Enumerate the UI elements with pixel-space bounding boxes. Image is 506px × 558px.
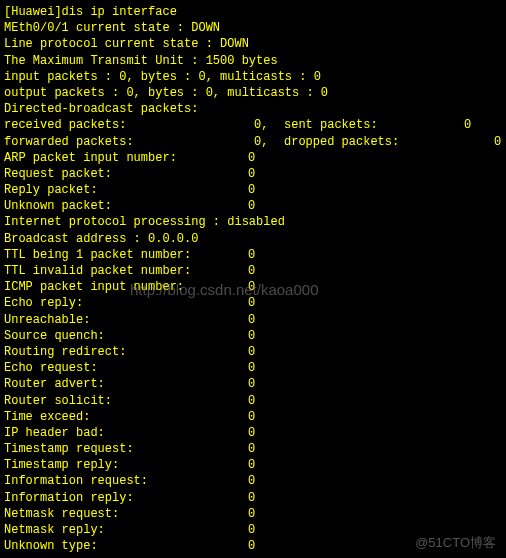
arp-row-0-label: Request packet: [4,166,112,182]
icmp-row-11-value: 0 [248,473,255,489]
arp-row-1: Reply packet:0 [4,182,502,198]
forwarded-value: 0, [254,134,268,150]
icmp-row-3-value: 0 [248,344,255,360]
icmp-row-12-value: 0 [248,490,255,506]
icmp-row-14-label: Netmask reply: [4,522,105,538]
input-packets: input packets : 0, bytes : 0, multicasts… [4,69,502,85]
mtu: The Maximum Transmit Unit : 1500 bytes [4,53,502,69]
received-value: 0, [254,117,268,133]
ttl1-value: 0 [248,247,255,263]
terminal-output: [Huawei]dis ip interface MEth0/0/1 curre… [4,4,502,554]
icmp-row-6-value: 0 [248,393,255,409]
ttlinv-row: TTL invalid packet number: 0 [4,263,502,279]
icmp-row-4-label: Echo request: [4,360,98,376]
arp-row-1-value: 0 [248,182,255,198]
icmp-row-10-value: 0 [248,457,255,473]
line-protocol: Line protocol current state : DOWN [4,36,502,52]
icmp-row-3-label: Routing redirect: [4,344,126,360]
icmp-row-8-value: 0 [248,425,255,441]
icmp-hdr-value: 0 [248,279,255,295]
directed-broadcast-hdr: Directed-broadcast packets: [4,101,502,117]
ttlinv-label: TTL invalid packet number: [4,263,191,279]
icmp-row-13-label: Netmask request: [4,506,119,522]
icmp-row-0-label: Echo reply: [4,295,83,311]
arp-hdr-value: 0 [248,150,255,166]
icmp-row-10: Timestamp reply:0 [4,457,502,473]
icmp-row-5-label: Router advert: [4,376,105,392]
icmp-row-9-label: Timestamp request: [4,441,134,457]
forwarded-label: forwarded packets: [4,134,134,150]
received-label: received packets: [4,117,126,133]
icmp-row-10-label: Timestamp reply: [4,457,119,473]
sent-label: sent packets: [284,117,378,133]
icmp-row-13: Netmask request:0 [4,506,502,522]
iface-state: MEth0/0/1 current state : DOWN [4,20,502,36]
icmp-hdr-label: ICMP packet input number: [4,279,184,295]
icmp-row-15: Unknown type:0 [4,538,502,554]
output-packets: output packets : 0, bytes : 0, multicast… [4,85,502,101]
arp-hdr-row: ARP packet input number: 0 [4,150,502,166]
icmp-row-11: Information request:0 [4,473,502,489]
cmd-line[interactable]: [Huawei]dis ip interface [4,4,502,20]
icmp-row-7: Time exceed:0 [4,409,502,425]
dropped-value: 0 [494,134,501,150]
icmp-row-4: Echo request:0 [4,360,502,376]
ip-processing: Internet protocol processing : disabled [4,214,502,230]
arp-row-0: Request packet:0 [4,166,502,182]
icmp-row-14-value: 0 [248,522,255,538]
ttl1-label: TTL being 1 packet number: [4,247,191,263]
icmp-row-12-label: Information reply: [4,490,134,506]
icmp-row-11-label: Information request: [4,473,148,489]
icmp-row-2: Source quench:0 [4,328,502,344]
icmp-row-3: Routing redirect:0 [4,344,502,360]
arp-row-2-value: 0 [248,198,255,214]
arp-row-0-value: 0 [248,166,255,182]
icmp-row-6: Router solicit:0 [4,393,502,409]
icmp-row-13-value: 0 [248,506,255,522]
icmp-row-9-value: 0 [248,441,255,457]
icmp-row-15-label: Unknown type: [4,538,98,554]
icmp-row-0: Echo reply:0 [4,295,502,311]
icmp-row-1-value: 0 [248,312,255,328]
dropped-label: dropped packets: [284,134,399,150]
icmp-row-1: Unreachable:0 [4,312,502,328]
icmp-row-8-label: IP header bad: [4,425,105,441]
icmp-row-7-label: Time exceed: [4,409,90,425]
forwarded-row: forwarded packets: 0, dropped packets: 0 [4,134,502,150]
ttl1-row: TTL being 1 packet number: 0 [4,247,502,263]
icmp-row-2-label: Source quench: [4,328,105,344]
icmp-row-5: Router advert:0 [4,376,502,392]
icmp-row-12: Information reply:0 [4,490,502,506]
ttlinv-value: 0 [248,263,255,279]
icmp-row-15-value: 0 [248,538,255,554]
received-row: received packets: 0, sent packets: 0 [4,117,502,133]
arp-row-2: Unknown packet:0 [4,198,502,214]
broadcast-addr: Broadcast address : 0.0.0.0 [4,231,502,247]
icmp-row-9: Timestamp request:0 [4,441,502,457]
icmp-row-6-label: Router solicit: [4,393,112,409]
icmp-row-7-value: 0 [248,409,255,425]
icmp-row-0-value: 0 [248,295,255,311]
icmp-row-8: IP header bad:0 [4,425,502,441]
icmp-row-4-value: 0 [248,360,255,376]
arp-row-2-label: Unknown packet: [4,198,112,214]
sent-value: 0 [464,117,471,133]
icmp-row-2-value: 0 [248,328,255,344]
icmp-row-5-value: 0 [248,376,255,392]
arp-row-1-label: Reply packet: [4,182,98,198]
icmp-row-1-label: Unreachable: [4,312,90,328]
arp-hdr-label: ARP packet input number: [4,150,177,166]
icmp-row-14: Netmask reply:0 [4,522,502,538]
icmp-hdr-row: ICMP packet input number: 0 [4,279,502,295]
